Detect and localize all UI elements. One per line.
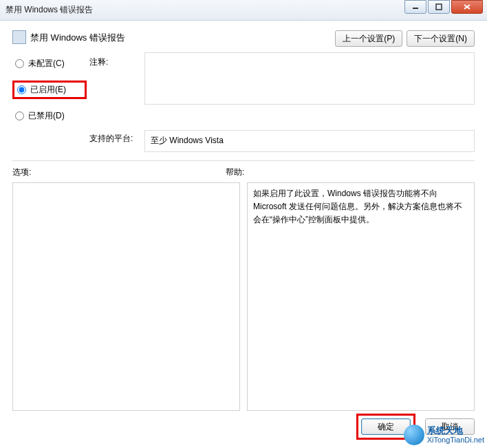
window-controls (403, 0, 483, 14)
radio-disabled[interactable]: 已禁用(D) (12, 109, 87, 123)
nav-buttons: 上一个设置(P) 下一个设置(N) (335, 30, 475, 47)
radio-enabled[interactable]: 已启用(E) (12, 81, 87, 99)
watermark-line2: XiTongTianDi.net (427, 436, 484, 444)
radio-enabled-label: 已启用(E) (30, 84, 66, 96)
radio-group: 未配置(C) 已启用(E) 已禁用(D) (12, 52, 87, 123)
radio-disabled-input[interactable] (15, 111, 24, 120)
platform-label: 支持的平台: (89, 126, 142, 145)
body-grid: 未配置(C) 已启用(E) 已禁用(D) 注释: 支持的平台: 至少 Windo… (12, 52, 475, 152)
options-label: 选项: (12, 167, 219, 178)
close-icon (463, 3, 471, 10)
comment-label: 注释: (89, 52, 142, 68)
radio-enabled-input[interactable] (17, 85, 26, 94)
minimize-button[interactable] (404, 0, 426, 14)
maximize-icon (435, 3, 442, 10)
content-area: 禁用 Windows 错误报告 上一个设置(P) 下一个设置(N) 未配置(C)… (0, 21, 487, 418)
policy-icon (12, 30, 26, 44)
close-button[interactable] (451, 0, 483, 14)
help-panel: 如果启用了此设置，Windows 错误报告功能将不向 Microsoft 发送任… (247, 182, 475, 411)
watermark-line1: 系统天地 (427, 426, 484, 436)
platform-value: 至少 Windows Vista (144, 130, 475, 152)
radio-not-configured-label: 未配置(C) (28, 58, 65, 70)
svg-rect-1 (436, 4, 442, 10)
minimize-icon (412, 3, 419, 10)
comment-textarea[interactable] (144, 52, 475, 105)
help-label: 帮助: (226, 167, 244, 178)
divider (12, 160, 475, 161)
globe-icon (404, 425, 424, 445)
window-title: 禁用 Windows 错误报告 (6, 4, 93, 16)
radio-not-configured-input[interactable] (15, 59, 24, 68)
watermark-text: 系统天地 XiTongTianDi.net (427, 426, 484, 444)
options-panel (12, 182, 240, 411)
previous-setting-button[interactable]: 上一个设置(P) (335, 30, 402, 47)
lower-labels: 选项: 帮助: (12, 167, 475, 178)
watermark: 系统天地 XiTongTianDi.net (404, 425, 484, 445)
page-title: 禁用 Windows 错误报告 (30, 30, 125, 44)
next-setting-button[interactable]: 下一个设置(N) (407, 30, 475, 47)
maximize-button[interactable] (428, 0, 450, 14)
header-row: 禁用 Windows 错误报告 上一个设置(P) 下一个设置(N) (12, 30, 475, 47)
title-bar: 禁用 Windows 错误报告 (0, 0, 487, 21)
panels: 如果启用了此设置，Windows 错误报告功能将不向 Microsoft 发送任… (12, 182, 475, 411)
radio-not-configured[interactable]: 未配置(C) (12, 56, 87, 71)
radio-disabled-label: 已禁用(D) (28, 110, 65, 122)
